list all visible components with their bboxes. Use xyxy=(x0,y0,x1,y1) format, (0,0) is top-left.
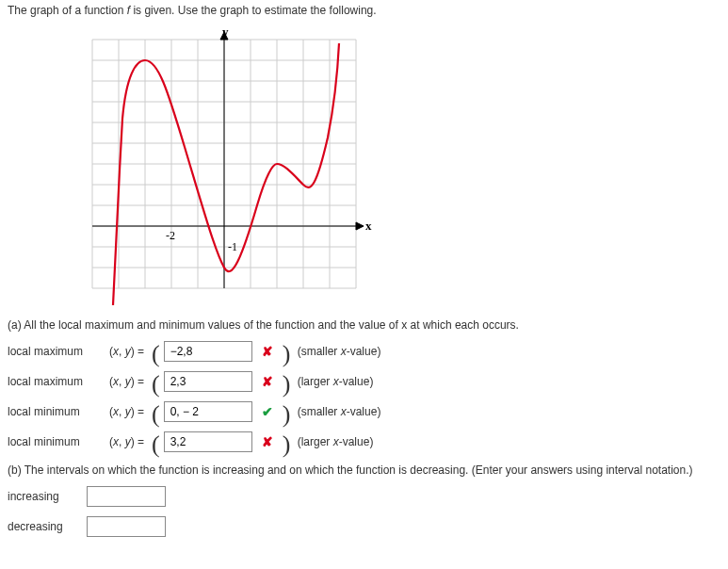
axis-label-y: y xyxy=(222,24,229,39)
answer-row-localmax-larger: local maximum (x, y) = ( ✘ ) (larger x-v… xyxy=(8,371,720,392)
answer-row-increasing: increasing xyxy=(8,486,720,507)
row-label: local maximum xyxy=(8,375,102,388)
check-icon: ✔ xyxy=(262,404,273,419)
answer-input[interactable] xyxy=(164,401,252,422)
hint: (smaller x-value) xyxy=(294,345,380,358)
answer-input[interactable] xyxy=(164,431,252,452)
row-label: increasing xyxy=(8,490,83,503)
answer-row-localmin-smaller: local minimum (x, y) = ( ✔ ) (smaller x-… xyxy=(8,401,720,422)
hint: (larger x-value) xyxy=(294,435,373,448)
svg-marker-25 xyxy=(356,222,364,230)
hint: (larger x-value) xyxy=(294,375,373,388)
graph-svg: -2 -1 y x xyxy=(73,24,375,307)
answer-input[interactable] xyxy=(87,516,166,537)
curve xyxy=(113,43,339,305)
row-label: local maximum xyxy=(8,345,102,358)
row-label: decreasing xyxy=(8,520,83,533)
row-label: local minimum xyxy=(8,405,102,418)
part-b: (b) The intervals on which the function … xyxy=(8,463,720,537)
part-b-heading: (b) The intervals on which the function … xyxy=(8,463,720,477)
axis-label-x: x xyxy=(365,219,372,233)
answer-row-localmin-larger: local minimum (x, y) = ( ✘ ) (larger x-v… xyxy=(8,431,720,452)
hint: (smaller x-value) xyxy=(294,405,380,418)
xy-equals: (x, y) = xyxy=(109,435,144,448)
answer-input[interactable] xyxy=(87,486,166,507)
function-graph: -2 -1 y x xyxy=(73,24,720,307)
cross-icon: ✘ xyxy=(262,374,273,389)
tick-x-minus2: -2 xyxy=(166,229,175,242)
cross-icon: ✘ xyxy=(262,344,273,359)
answer-row-decreasing: decreasing xyxy=(8,516,720,537)
row-label: local minimum xyxy=(8,435,102,448)
xy-equals: (x, y) = xyxy=(109,375,144,388)
part-a: (a) All the local maximum and minimum va… xyxy=(8,318,720,452)
part-a-heading: (a) All the local maximum and minimum va… xyxy=(8,318,720,332)
answer-input[interactable] xyxy=(164,371,252,392)
xy-equals: (x, y) = xyxy=(109,405,144,418)
question-prompt: The graph of a function f is given. Use … xyxy=(8,4,720,17)
answer-row-localmax-smaller: local maximum (x, y) = ( ✘ ) (smaller x-… xyxy=(8,341,720,362)
tick-y-minus1: -1 xyxy=(228,240,237,253)
xy-equals: (x, y) = xyxy=(109,345,144,358)
answer-input[interactable] xyxy=(164,341,252,362)
cross-icon: ✘ xyxy=(262,434,273,449)
